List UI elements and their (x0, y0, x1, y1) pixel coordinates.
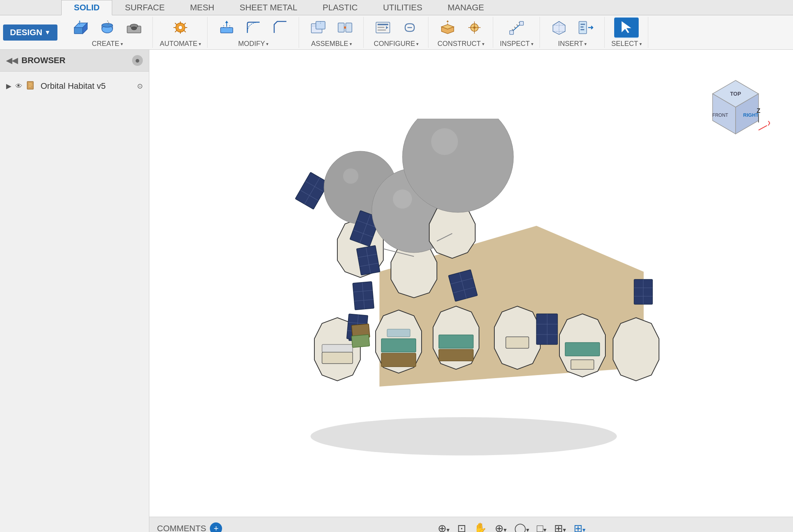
svg-text:FRONT: FRONT (712, 113, 728, 118)
new-component-tool[interactable] (306, 17, 330, 38)
configure-label[interactable]: CONFIGURE ▾ (374, 40, 419, 48)
design-label: DESIGN (10, 28, 42, 38)
assemble-dropdown-icon: ▾ (350, 41, 352, 47)
construct-group: CONSTRUCT ▾ (429, 17, 493, 48)
svg-rect-19 (378, 29, 386, 31)
svg-rect-30 (29, 83, 32, 84)
inspect-group: INSPECT ▾ (494, 17, 540, 48)
browser-title: BROWSER (21, 55, 65, 65)
link-icon-configure[interactable] (397, 17, 422, 38)
svg-rect-13 (338, 23, 344, 32)
press-pull-tool[interactable] (214, 17, 239, 38)
svg-rect-47 (439, 349, 473, 361)
comments-section: COMMENTS + (149, 522, 230, 532)
joint-tool[interactable] (333, 17, 357, 38)
sidebar-close-button[interactable]: ● (132, 55, 143, 66)
svg-text:Z: Z (757, 108, 760, 114)
fillet-tool[interactable] (241, 17, 266, 38)
revolve-tool[interactable] (95, 17, 119, 38)
construct-label[interactable]: CONSTRUCT ▾ (438, 40, 484, 48)
offset-plane-tool[interactable] (435, 17, 460, 38)
parameters-tool[interactable] (371, 17, 395, 38)
automate-dropdown-icon: ▾ (199, 41, 201, 47)
axis-tool[interactable] (462, 17, 487, 38)
zoom-tool[interactable]: ⊕▾ (495, 522, 507, 532)
add-comment-button[interactable]: + (210, 522, 222, 532)
svg-rect-43 (381, 353, 416, 367)
pan-tool[interactable]: ✋ (474, 522, 487, 532)
tab-manage[interactable]: MANAGE (435, 0, 497, 15)
tab-plastic[interactable]: PLASTIC (310, 0, 371, 15)
assemble-label[interactable]: ASSEMBLE ▾ (311, 40, 352, 48)
grid-tool[interactable]: ⊞▾ (554, 522, 566, 532)
modify-label[interactable]: MODIFY ▾ (238, 40, 268, 48)
browser-sidebar: ◀◀ BROWSER ● ▶ 👁 Orbital Habitat (0, 50, 149, 532)
visibility-icon[interactable]: 👁 (15, 82, 22, 90)
insert-label[interactable]: INSERT ▾ (558, 40, 587, 48)
3d-scene (149, 50, 793, 517)
expand-icon: ▶ (6, 82, 11, 90)
browser-item-habitat[interactable]: ▶ 👁 Orbital Habitat v5 ⊙ (6, 78, 143, 95)
svg-rect-0 (74, 28, 83, 34)
modify-dropdown-icon: ▾ (266, 41, 268, 47)
sidebar-collapse-button[interactable]: ◀◀ (6, 56, 18, 65)
select-dropdown-icon: ▾ (639, 41, 642, 47)
tab-utilities[interactable]: UTILITIES (370, 0, 435, 15)
orbit-tool[interactable]: ⊕▾ (438, 522, 450, 532)
inspect-label[interactable]: INSPECT ▾ (500, 40, 533, 48)
assemble-icons (306, 17, 357, 38)
create-label[interactable]: CREATE ▾ (92, 40, 123, 48)
look-tool[interactable]: ◯▾ (514, 522, 529, 532)
svg-point-6 (131, 27, 137, 30)
automate-label[interactable]: AUTOMATE ▾ (160, 40, 201, 48)
sidebar-close-icon: ● (135, 55, 140, 65)
viewport-tool[interactable]: ⊞▾ (574, 522, 585, 532)
chamfer-tool[interactable] (268, 17, 293, 38)
automate-icons (168, 17, 193, 38)
svg-rect-28 (580, 29, 584, 30)
extrude-tool[interactable] (68, 17, 93, 38)
insert-derive-tool[interactable] (574, 17, 598, 38)
tab-solid[interactable]: SOLID (61, 0, 112, 15)
tab-surface[interactable]: SURFACE (112, 0, 177, 15)
habitat-svg (261, 119, 682, 463)
svg-rect-24 (520, 21, 523, 25)
svg-text:TOP: TOP (730, 91, 741, 97)
view-cube-svg: TOP RIGHT FRONT X Z (701, 73, 770, 142)
select-label[interactable]: SELECT ▾ (612, 40, 642, 48)
sidebar-title-area: ◀◀ BROWSER (6, 55, 65, 65)
pan-duplicate-tool[interactable]: ⊡ (457, 522, 466, 532)
tab-mesh[interactable]: MESH (177, 0, 227, 15)
design-button[interactable]: DESIGN ▼ (3, 24, 57, 41)
inspect-icons (504, 17, 529, 38)
insert-dropdown-icon: ▾ (584, 41, 587, 47)
view-cube[interactable]: TOP RIGHT FRONT X Z (701, 73, 770, 142)
viewport-canvas[interactable]: TOP RIGHT FRONT X Z COMMENTS + (149, 50, 793, 532)
automate-group: AUTOMATE ▾ (154, 17, 207, 48)
hole-tool[interactable] (122, 17, 146, 38)
assemble-group: ASSEMBLE ▾ (300, 17, 364, 48)
svg-rect-59 (565, 343, 600, 356)
svg-rect-12 (316, 21, 325, 29)
tab-bar: SOLID SURFACE MESH SHEET METAL PLASTIC U… (0, 0, 793, 15)
select-tool[interactable] (614, 17, 639, 38)
inspect-dropdown-icon: ▾ (531, 41, 533, 47)
configure-icons (371, 17, 422, 38)
svg-marker-10 (225, 21, 228, 23)
pod-5 (559, 314, 605, 377)
create-dropdown-icon: ▾ (121, 41, 123, 47)
add-comment-icon: + (214, 524, 219, 532)
svg-marker-1 (79, 20, 80, 22)
svg-rect-18 (378, 27, 384, 28)
svg-point-22 (473, 26, 476, 29)
svg-rect-32 (29, 86, 31, 87)
automate-tool[interactable] (168, 17, 193, 38)
viewport-tools: ⊕▾ ⊡ ✋ ⊕▾ ◯▾ □▾ ⊞▾ ⊞▾ (438, 522, 585, 532)
insert-mesh-tool[interactable] (547, 17, 571, 38)
tab-sheet-metal[interactable]: SHEET METAL (227, 0, 310, 15)
measure-tool[interactable] (504, 17, 529, 38)
activate-icon[interactable]: ⊙ (137, 82, 143, 90)
modify-icons (214, 17, 293, 38)
design-dropdown-icon: ▼ (44, 29, 51, 36)
display-tool[interactable]: □▾ (537, 522, 546, 532)
